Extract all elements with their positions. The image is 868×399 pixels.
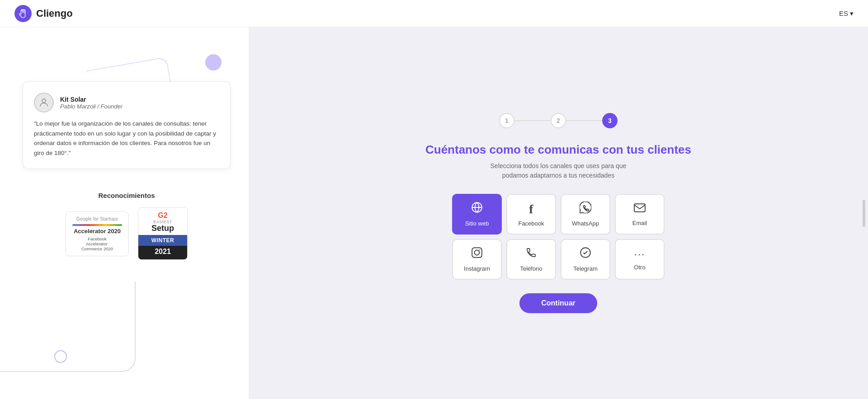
whatsapp-icon bbox=[580, 202, 591, 216]
recognitions-title: Reconocimientos bbox=[23, 192, 231, 199]
channel-sitio-web[interactable]: Sitio web bbox=[452, 194, 502, 235]
web-icon bbox=[471, 202, 483, 216]
channel-instagram[interactable]: Instagram bbox=[452, 239, 502, 280]
testimonial-author: Kit Solar Pablo Marzoli / Founder bbox=[34, 93, 219, 113]
svg-point-5 bbox=[479, 249, 480, 250]
step-1: 1 bbox=[499, 113, 514, 128]
channel-label-otro: Otro bbox=[634, 264, 645, 271]
continue-button[interactable]: Continuar bbox=[519, 293, 597, 313]
step-indicator: 1 2 3 bbox=[499, 113, 618, 128]
right-panel: 1 2 3 Cuéntanos como te comunicas con tu… bbox=[249, 27, 868, 399]
g2-badge: G2 Easiest Setup WINTER 2021 bbox=[138, 207, 188, 260]
author-info: Kit Solar Pablo Marzoli / Founder bbox=[60, 96, 123, 110]
recognitions-section: Reconocimientos Google for Startups Acce… bbox=[23, 192, 231, 260]
left-panel: Kit Solar Pablo Marzoli / Founder "Lo me… bbox=[0, 27, 249, 399]
google-badge: Google for Startups Accelerator 2020 Fac… bbox=[66, 211, 129, 256]
g2-badge-top: G2 Easiest Setup bbox=[138, 208, 187, 235]
logo-text: Cliengo bbox=[36, 8, 73, 19]
channel-label-telegram: Telegram bbox=[573, 265, 597, 272]
channel-label-facebook: Facebook bbox=[518, 220, 544, 227]
author-name: Kit Solar bbox=[60, 96, 123, 103]
channel-label-whatsapp: WhatsApp bbox=[572, 220, 599, 227]
channel-label-instagram: Instagram bbox=[464, 265, 490, 272]
svg-rect-2 bbox=[634, 204, 645, 211]
deco-line2 bbox=[0, 282, 136, 372]
email-icon bbox=[634, 202, 646, 216]
step-2: 2 bbox=[551, 113, 566, 128]
channel-label-email: Email bbox=[632, 220, 647, 226]
step-line-2 bbox=[566, 120, 602, 121]
language-selector[interactable]: ES ▾ bbox=[839, 9, 854, 18]
channel-telegram[interactable]: Telegram bbox=[561, 239, 610, 280]
g2-bottom: WINTER bbox=[138, 235, 187, 246]
channel-otro[interactable]: ··· Otro bbox=[615, 239, 665, 280]
telegram-icon bbox=[580, 247, 591, 262]
scrollbar bbox=[863, 200, 865, 227]
main-layout: Kit Solar Pablo Marzoli / Founder "Lo me… bbox=[0, 27, 868, 399]
avatar bbox=[34, 93, 54, 113]
channel-label-sitio-web: Sitio web bbox=[465, 220, 489, 227]
step-3: 3 bbox=[602, 113, 618, 128]
logo-icon bbox=[14, 5, 32, 22]
channel-label-telefono: Teléfono bbox=[520, 265, 542, 272]
testimonial-text: "Lo mejor fue la organización de los can… bbox=[34, 119, 219, 158]
google-badge-line1: Google for Startups bbox=[72, 216, 122, 221]
testimonial-card: Kit Solar Pablo Marzoli / Founder "Lo me… bbox=[23, 81, 231, 169]
author-role: Pablo Marzoli / Founder bbox=[60, 103, 123, 110]
svg-rect-3 bbox=[472, 248, 482, 258]
instagram-icon bbox=[471, 247, 483, 262]
g2-logo: G2 bbox=[142, 211, 184, 220]
more-icon: ··· bbox=[634, 249, 645, 260]
g2-year: 2021 bbox=[138, 246, 187, 259]
channel-telefono[interactable]: Teléfono bbox=[506, 239, 556, 280]
svg-point-4 bbox=[475, 250, 480, 255]
channel-whatsapp[interactable]: WhatsApp bbox=[561, 194, 610, 235]
badges-row: Google for Startups Accelerator 2020 Fac… bbox=[23, 207, 231, 260]
channel-facebook[interactable]: f Facebook bbox=[506, 194, 556, 235]
header: Cliengo ES ▾ bbox=[0, 0, 868, 27]
language-label: ES bbox=[839, 9, 848, 17]
main-heading: Cuéntanos como te comunicas con tus clie… bbox=[425, 143, 691, 157]
deco-circle-top bbox=[205, 54, 222, 70]
channel-email[interactable]: Email bbox=[615, 194, 665, 235]
logo: Cliengo bbox=[14, 5, 73, 22]
svg-point-0 bbox=[42, 99, 46, 103]
step-line-1 bbox=[514, 120, 551, 121]
facebook-icon: f bbox=[529, 202, 533, 216]
phone-icon bbox=[526, 247, 537, 262]
google-badge-sub: Facebook Accelerator: Commerce 2020 bbox=[72, 236, 122, 251]
google-badge-title: Accelerator 2020 bbox=[72, 228, 122, 235]
channel-grid: Sitio web f Facebook WhatsApp bbox=[452, 194, 665, 280]
g2-main: Setup bbox=[142, 224, 184, 233]
chevron-down-icon: ▾ bbox=[850, 9, 854, 18]
google-stripe bbox=[72, 224, 122, 226]
sub-heading: Selecciona todos los canales que uses pa… bbox=[491, 161, 626, 180]
